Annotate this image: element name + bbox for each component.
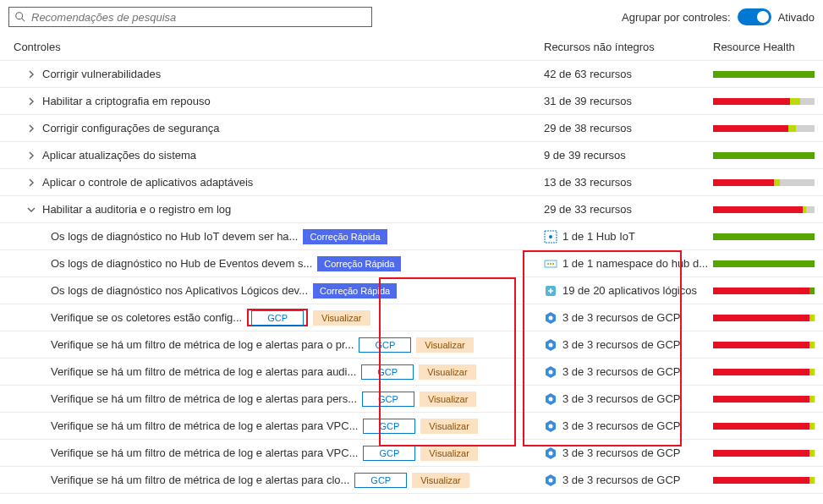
- gcp-icon: [544, 446, 557, 460]
- recommendation-row[interactable]: Verifique se há um filtro de métrica de …: [0, 413, 823, 440]
- quick-fix-badge[interactable]: Correção Rápida: [313, 283, 397, 299]
- resource-count: 3 de 3 recursos de GCP: [562, 392, 680, 405]
- preview-badge[interactable]: Visualizar: [420, 392, 477, 407]
- preview-badge[interactable]: Visualizar: [420, 419, 478, 434]
- preview-badge[interactable]: Visualizar: [420, 446, 478, 461]
- resource-count: 3 de 3 recursos de GCP: [562, 365, 680, 378]
- control-title: Habilitar a auditoria e o registro em lo…: [42, 203, 231, 216]
- svg-point-7: [552, 263, 554, 265]
- resource-count: 1 de 1 namespace do hub d...: [562, 257, 708, 270]
- gcp-badge[interactable]: GCP: [361, 364, 414, 380]
- control-row[interactable]: Aplicar o controle de aplicativos adaptá…: [0, 169, 823, 196]
- gcp-icon: [544, 338, 557, 352]
- resource-count: 42 de 63 recursos: [544, 68, 632, 80]
- health-bar: [713, 152, 815, 159]
- control-row[interactable]: Corrigir configurações de segurança 29 d…: [0, 115, 823, 142]
- recommendation-row[interactable]: Verifique se há um filtro de métrica de …: [0, 359, 823, 386]
- health-bar: [713, 125, 815, 132]
- recommendation-title: Verifique se há um filtro de métrica de …: [51, 419, 358, 432]
- resource-count: 9 de 39 recursos: [544, 149, 626, 162]
- control-row[interactable]: Habilitar a criptografia em repouso 31 d…: [0, 88, 823, 115]
- health-bar: [713, 260, 815, 267]
- recommendation-row[interactable]: Verifique se há um filtro de métrica de …: [0, 331, 823, 359]
- health-bar: [713, 71, 815, 78]
- recommendation-row[interactable]: Verifique se há um filtro de métrica de …: [0, 440, 823, 467]
- search-icon: [14, 11, 26, 23]
- recommendation-row[interactable]: Verifique se há um filtro de métrica de …: [0, 467, 823, 494]
- preview-badge[interactable]: Visualizar: [416, 337, 474, 353]
- group-by-toggle[interactable]: [738, 8, 771, 25]
- logic-app-icon: [544, 284, 557, 298]
- gcp-badge[interactable]: GCP: [362, 392, 414, 407]
- health-bar: [713, 315, 815, 321]
- resource-count: 13 de 33 recursos: [544, 176, 632, 189]
- health-bar: [713, 206, 815, 213]
- health-bar: [713, 98, 815, 105]
- recommendation-row[interactable]: Verifique se há um filtro de métrica de …: [0, 386, 823, 413]
- recommendation-title: Verifique se há um filtro de métrica de …: [51, 338, 354, 351]
- recommendation-title: Verifique se há um filtro de métrica de …: [51, 392, 357, 405]
- quick-fix-badge[interactable]: Correção Rápida: [303, 229, 387, 244]
- svg-line-1: [22, 19, 25, 22]
- svg-point-22: [549, 478, 553, 482]
- resource-count: 29 de 33 recursos: [544, 203, 632, 216]
- recommendation-row[interactable]: Verifique se os coletores estão config..…: [0, 304, 823, 331]
- chevron-right-icon: [25, 96, 37, 107]
- svg-point-3: [549, 235, 552, 238]
- gcp-icon: [544, 419, 557, 433]
- recommendation-title: Os logs de diagnóstico no Hub de Eventos…: [51, 257, 312, 270]
- chevron-down-icon: [25, 204, 37, 216]
- health-bar: [713, 179, 815, 186]
- resource-count: 31 de 39 recursos: [544, 95, 632, 107]
- preview-badge[interactable]: Visualizar: [313, 310, 370, 326]
- resource-count: 29 de 38 recursos: [544, 122, 632, 134]
- gcp-icon: [544, 392, 557, 406]
- health-bar: [713, 423, 815, 430]
- gcp-badge[interactable]: GCP: [354, 473, 407, 488]
- gcp-badge[interactable]: GCP: [251, 310, 304, 326]
- search-input[interactable]: [31, 11, 366, 24]
- column-header-controls[interactable]: Controles: [8, 41, 544, 53]
- chevron-right-icon: [25, 123, 37, 134]
- preview-badge[interactable]: Visualizar: [419, 364, 476, 380]
- svg-point-0: [16, 13, 23, 19]
- column-header-health[interactable]: Resource Health: [713, 41, 815, 53]
- svg-point-10: [549, 315, 553, 320]
- preview-badge[interactable]: Visualizar: [412, 473, 469, 488]
- chevron-right-icon: [25, 177, 37, 189]
- svg-point-18: [549, 424, 553, 428]
- recommendation-row[interactable]: Os logs de diagnóstico no Hub de Eventos…: [0, 250, 823, 277]
- control-row[interactable]: Aplicar atualizações do sistema 9 de 39 …: [0, 142, 823, 169]
- control-row[interactable]: Habilitar a auditoria e o registro em lo…: [0, 196, 823, 223]
- recommendation-title: Verifique se os coletores estão config..…: [51, 311, 242, 324]
- quick-fix-badge[interactable]: Correção Rápida: [317, 256, 401, 271]
- health-bar: [713, 396, 815, 403]
- group-by-state: Ativado: [778, 11, 815, 24]
- gcp-badge[interactable]: GCP: [359, 337, 411, 353]
- svg-point-12: [549, 342, 553, 347]
- health-bar: [713, 450, 815, 457]
- iot-hub-icon: [544, 230, 557, 244]
- recommendation-row[interactable]: Os logs de diagnóstico no Hub IoT devem …: [0, 223, 823, 250]
- control-row[interactable]: Corrigir vulnerabilidades 42 de 63 recur…: [0, 61, 823, 88]
- gcp-badge[interactable]: GCP: [363, 419, 415, 434]
- search-box[interactable]: [8, 7, 372, 27]
- recommendation-row[interactable]: Os logs de diagnóstico nos Aplicativos L…: [0, 277, 823, 304]
- resource-count: 3 de 3 recursos de GCP: [562, 338, 680, 351]
- recommendation-title: Verifique se há um filtro de métrica de …: [51, 474, 349, 486]
- resource-count: 3 de 3 recursos de GCP: [562, 419, 680, 432]
- resource-count: 1 de 1 Hub IoT: [562, 230, 635, 243]
- health-bar: [713, 288, 815, 294]
- health-bar: [713, 369, 815, 375]
- svg-point-14: [549, 370, 553, 374]
- gcp-badge[interactable]: GCP: [363, 446, 415, 461]
- gcp-icon: [544, 474, 557, 487]
- control-title: Habilitar a criptografia em repouso: [42, 95, 211, 107]
- control-title: Aplicar o controle de aplicativos adaptá…: [42, 176, 253, 189]
- event-hub-icon: [544, 257, 557, 271]
- recommendation-title: Verifique se há um filtro de métrica de …: [51, 365, 356, 378]
- group-by-label: Agrupar por controles:: [622, 11, 731, 24]
- column-header-unhealthy[interactable]: Recursos não íntegros: [544, 41, 713, 53]
- control-title: Corrigir vulnerabilidades: [42, 68, 161, 80]
- control-title: Corrigir configurações de segurança: [42, 122, 220, 134]
